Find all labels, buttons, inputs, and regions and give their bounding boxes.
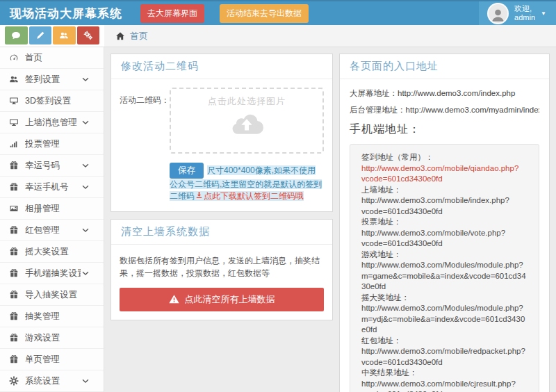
sidebar-item[interactable]: 红包管理 [0,220,104,241]
right-column: 各页面的入口地址 大屏幕地址：http://www.demo3.com/inde… [339,54,550,392]
mobile-url[interactable]: http://www.demo3.com/mobile/qiandao.php?… [361,164,518,183]
mobile-url-entry: 投票地址：http://www.demo3.com/mobile/vote.ph… [361,217,528,250]
mobile-url-label: 投票地址： [361,218,402,226]
dashboard-icon [9,53,19,63]
breadcrumb-home-link[interactable]: 首页 [130,30,148,42]
sidebar-item[interactable]: 导入抽奖设置 [0,284,104,306]
chevron-down-icon [81,117,90,127]
clear-description: 数据包括所有签到用户信息，发送的上墙消息，抽奖结果，摇一摇数据，投票数据，红包数… [120,254,324,280]
quick-gears-button[interactable] [77,26,100,44]
gift-icon [9,182,19,192]
panel-qrcode: 修改活动二维码 活动二维码： 点击此处选择图片 保存尺寸400*400像素,如果… [111,54,333,212]
sidebar-item[interactable]: 单页管理 [0,349,104,370]
mobile-url-label: 中奖结果地址： [361,368,418,377]
mobile-url-label: 红包地址： [361,336,402,345]
gift-icon [9,247,19,256]
sidebar-item-label: 首页 [25,52,97,64]
mobile-url: http://www.demo3.com/mobile/cjresult.php… [361,379,516,392]
go-bigscreen-button[interactable]: 去大屏幕界面 [140,4,204,23]
bigscreen-url-label: 大屏幕地址： [350,89,398,97]
sidebar-item[interactable]: 相册管理 [0,198,104,220]
sidebar-item[interactable]: 上墙消息管理 [0,112,104,133]
sidebar-item[interactable]: 投票管理 [0,133,104,155]
mobile-url: http://www.demo3.com/mobile/redpacket.ph… [361,347,525,366]
chevron-down-icon [81,225,90,235]
sidebar-item-label: 抽奖管理 [25,311,97,322]
mobile-url-entry: 签到地址（常用）：http://www.demo3.com/mobile/qia… [361,152,528,185]
download-default-qrcode-link[interactable]: 点此下载默认签到二维码哦 [195,191,304,201]
sidebar-item-label: 3D签到设置 [25,95,97,107]
desktop-icon [9,117,19,127]
download-icon [195,191,203,199]
desktop-icon [9,96,19,106]
sidebar-item-label: 导入抽奖设置 [25,289,97,301]
sidebar-item-label: 相册管理 [25,203,97,215]
mobile-url-label: 摇大奖地址： [361,293,409,302]
user-menu[interactable]: 欢迎, admin ▼ [479,1,556,25]
mobile-url-entry: 摇大奖地址：http://www.demo3.com/Modules/modul… [361,293,528,336]
main-content: 修改活动二维码 活动二维码： 点击此处选择图片 保存尺寸400*400像素,如果… [104,47,556,392]
gift-icon [9,333,19,343]
mobile-url: http://www.demo3.com/Modules/module.php?… [361,261,526,291]
app-title: 现场活动大屏幕系统 [10,6,122,22]
quick-comment-button[interactable] [5,26,28,44]
avatar [487,3,509,24]
sidebar: 首页签到设置3D签到设置上墙消息管理投票管理幸运号码幸运手机号相册管理红包管理摇… [0,47,104,392]
clear-all-data-button[interactable]: 点此清空所有上墙数据 [120,288,324,311]
sidebar-item[interactable]: 首页 [0,47,104,69]
users-icon [9,74,19,84]
upload-placeholder: 点击此处选择图片 [171,95,322,108]
panel-qrcode-title: 修改活动二维码 [111,54,332,79]
main-area: 首页签到设置3D签到设置上墙消息管理投票管理幸运号码幸运手机号相册管理红包管理摇… [0,47,556,392]
caret-down-icon: ▼ [541,10,546,17]
sidebar-item[interactable]: 游戏设置 [0,327,104,349]
sidebar-item-label: 签到设置 [25,74,81,85]
sidebar-item-label: 单页管理 [25,354,97,366]
quick-users-button[interactable] [53,26,76,44]
qrcode-note: 保存尺寸400*400像素,如果不使用公众号二维码,这里留空的就是默认的签到二维… [170,163,324,203]
left-column: 修改活动二维码 活动二维码： 点击此处选择图片 保存尺寸400*400像素,如果… [111,54,333,327]
sidebar-item-label: 游戏设置 [25,332,97,344]
sidebar-item[interactable]: 系统设置 [0,370,104,392]
chevron-down-icon [81,268,90,278]
sidebar-item[interactable]: 幸运手机号 [0,177,104,198]
cloud-upload-icon [228,111,265,135]
export-data-button[interactable]: 活动结束去导出数据 [220,4,309,23]
chevron-down-icon [81,182,90,192]
sidebar-item[interactable]: 3D签到设置 [0,90,104,112]
image-icon [9,204,19,213]
sidebar-item[interactable]: 手机端抽奖设置 [0,263,104,284]
mobile-url-entry: 游戏地址：http://www.demo3.com/Modules/module… [361,250,528,293]
quick-toolbar [0,25,104,47]
mobile-url: http://www.demo3.com/mobile/index.php?vc… [361,196,509,215]
save-button[interactable]: 保存 [170,163,204,179]
gears-icon [83,31,93,40]
admin-url: http://www.demo3.com/myadmin/index.php [406,106,540,114]
mobile-url-label: 签到地址（常用）： [361,153,434,161]
mobile-url-label: 上墙地址： [361,186,402,194]
sidebar-item-label: 红包管理 [25,224,81,236]
mobile-url-entry: 上墙地址：http://www.demo3.com/mobile/index.p… [361,185,528,218]
secondary-bar: 首页 [0,25,556,47]
username: admin [514,13,535,22]
quick-pencil-button[interactable] [29,26,52,44]
sidebar-item[interactable]: 摇大奖设置 [0,241,104,263]
breadcrumb: 首页 [104,25,556,47]
sidebar-item[interactable]: 签到设置 [0,69,104,90]
panel-clear-title: 清空上墙系统数据 [111,220,332,245]
gift-icon [9,311,19,321]
sidebar-item-label: 幸运手机号 [25,181,81,193]
sidebar-item-label: 上墙消息管理 [25,117,81,129]
mobile-url: http://www.demo3.com/mobile/vote.php?vco… [361,229,505,248]
mobile-url: http://www.demo3.com/Modules/module.php?… [361,304,525,334]
sidebar-item[interactable]: 抽奖管理 [0,306,104,327]
sidebar-item[interactable]: 幸运号码 [0,155,104,177]
sidebar-item-label: 投票管理 [25,138,97,150]
panel-clear-data: 清空上墙系统数据 数据包括所有签到用户信息，发送的上墙消息，抽奖结果，摇一摇数据… [111,219,333,320]
chevron-down-icon [81,376,90,386]
comment-icon [11,31,21,40]
pencil-icon [35,31,45,40]
qrcode-upload-dropzone[interactable]: 点击此处选择图片 [170,88,324,154]
admin-url-line: 后台管理地址：http://www.demo3.com/myadmin/inde… [350,105,539,115]
home-icon [115,31,125,41]
